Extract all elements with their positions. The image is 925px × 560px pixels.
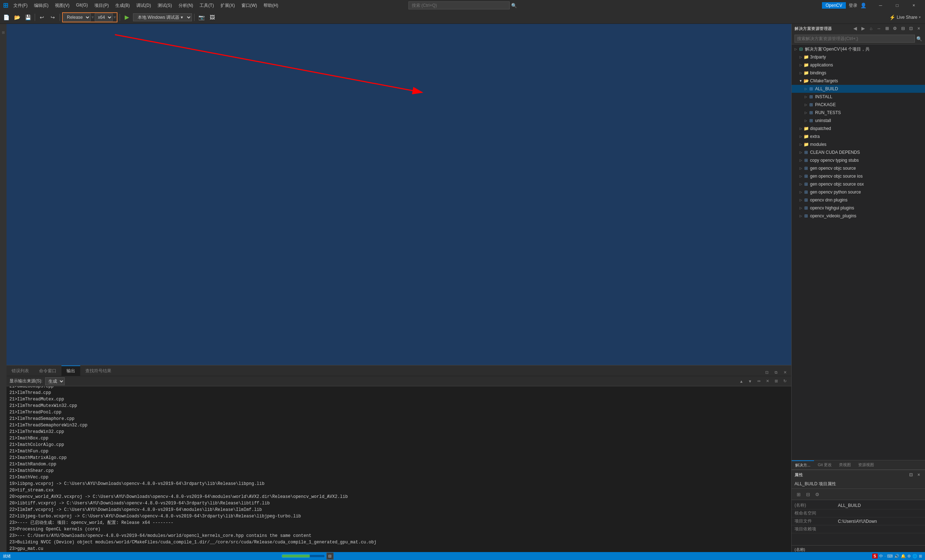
output-line: 23>gpu_mat.cu <box>9 545 788 552</box>
progress-cancel-button[interactable]: ⊟ <box>326 552 334 560</box>
tab-error-list[interactable]: 错误列表 <box>6 365 34 376</box>
panel-close-button[interactable]: × <box>782 369 788 375</box>
tree-item-highgui-plugins[interactable]: ▷ ⊞ opencv highgui plugins <box>792 204 925 212</box>
props-close-button[interactable]: × <box>916 471 922 478</box>
output-line: 21>ImathColorAlgo.cpp <box>9 441 788 448</box>
se-float-button[interactable]: ⊡ <box>908 25 914 32</box>
sidebar-tab-class[interactable]: 类视图 <box>835 460 854 470</box>
tab-command-window[interactable]: 命令窗口 <box>34 365 62 376</box>
menu-analyze[interactable]: 分析(N) <box>176 2 196 9</box>
debugger-select[interactable]: 本地 Windows 调试器 ▾ <box>133 14 192 21</box>
tree-item-3rdparty[interactable]: ▷ 📁 3rdparty <box>792 53 925 61</box>
tree-item-gen-python-src[interactable]: ▷ ⊞ gen opencv python source <box>792 188 925 196</box>
search-output-button[interactable]: ⊞ <box>773 378 780 385</box>
toolbar-sep-4 <box>194 14 194 21</box>
camera-button[interactable]: 📷 <box>197 13 206 22</box>
tree-item-modules[interactable]: ▷ 📁 modules <box>792 140 925 149</box>
3rdparty-label: 3rdparty <box>810 54 826 60</box>
redo-button[interactable]: ↪ <box>48 13 57 22</box>
menu-file[interactable]: 文件(F) <box>11 2 30 9</box>
se-forward-button[interactable]: ▶ <box>860 25 866 32</box>
undo-button[interactable]: ↩ <box>37 13 47 22</box>
tree-item-dnn-plugins[interactable]: ▷ ⊞ opencv dnn plugins <box>792 196 925 204</box>
live-share-button[interactable]: ⚡ Live Share ▾ <box>886 14 923 21</box>
save-button[interactable]: 💾 <box>23 13 33 22</box>
tree-item-cmaketargets[interactable]: ▼ 📂 CMakeTargets <box>792 77 925 85</box>
wrap-button[interactable]: ⇔ <box>755 378 762 385</box>
props-alphabetical-button[interactable]: ⊞ <box>794 490 803 498</box>
platform-select[interactable]: x64 <box>95 14 113 21</box>
tree-item-uninstall[interactable]: ▷ ⊞ uninstall <box>792 117 925 125</box>
status-ready: 就绪 <box>3 554 11 559</box>
menu-debug[interactable]: 调试(D) <box>133 2 154 9</box>
menu-help[interactable]: 帮助(H) <box>261 2 281 9</box>
build-config-select[interactable]: Release <box>63 14 91 21</box>
activity-files[interactable]: ⊞ <box>1 25 6 40</box>
tree-item-all-build[interactable]: ▷ ⊞ ALL_BUILD <box>792 85 925 93</box>
solution-tree[interactable]: ▷ ⊟ 解决方案'OpenCV'(44 个项目，共 ▷ 📁 3rdparty ▷… <box>792 44 925 460</box>
tree-item-run-tests[interactable]: ▷ ⊞ RUN_TESTS <box>792 109 925 117</box>
tree-item-applications[interactable]: ▷ 📁 applications <box>792 61 925 69</box>
solution-icon: ⊟ <box>798 46 804 52</box>
se-settings-button[interactable]: ⚙ <box>892 25 898 32</box>
se-back-button[interactable]: ◀ <box>852 25 859 32</box>
tab-output[interactable]: 输出 <box>62 365 80 376</box>
open-file-button[interactable]: 📂 <box>12 13 22 22</box>
sidebar-tab-solution[interactable]: 解决方... <box>792 460 814 470</box>
panel-dock-button[interactable]: ⧉ <box>773 369 780 376</box>
output-content[interactable]: 21>ImfVecAttribute.cpp21>ImfVersion.cpp2… <box>6 386 791 560</box>
tree-item-gen-objc-src-osx[interactable]: ▷ ⊞ gen opencv objc source osx <box>792 180 925 188</box>
se-filter-button[interactable]: ⊞ <box>884 25 890 32</box>
sidebar-tab-git[interactable]: Git 更改 <box>814 460 835 470</box>
solution-search-bar: 🔍 <box>792 33 925 44</box>
sidebar-tab-resource[interactable]: 资源视图 <box>854 460 878 470</box>
tree-item-install[interactable]: ▷ ⊞ INSTALL <box>792 93 925 101</box>
menu-edit[interactable]: 编辑(E) <box>31 2 51 9</box>
tree-item-extra[interactable]: ▷ 📁 extra <box>792 132 925 140</box>
search-input[interactable] <box>408 2 510 9</box>
se-collapse-button[interactable]: ⊟ <box>900 25 906 32</box>
tree-item-gen-objc-src-ios[interactable]: ▷ ⊞ gen opencv objc source ios <box>792 172 925 180</box>
tree-item-bindings[interactable]: ▷ 📁 bindings <box>792 69 925 77</box>
menu-view[interactable]: 视图(V) <box>52 2 72 9</box>
menu-test[interactable]: 测试(S) <box>155 2 175 9</box>
tree-item-package[interactable]: ▷ ⊞ PACKAGE <box>792 101 925 109</box>
restore-button[interactable]: □ <box>889 0 905 11</box>
props-float-button[interactable]: ⊡ <box>908 471 914 478</box>
panel-float-button[interactable]: ⊡ <box>763 369 770 376</box>
dispatched-arrow: ▷ <box>798 126 803 131</box>
props-categorized-button[interactable]: ⊟ <box>804 490 812 498</box>
output-source-select[interactable]: 生成 <box>45 377 65 385</box>
minimize-button[interactable]: ─ <box>872 0 889 11</box>
solution-search-input[interactable] <box>794 35 915 43</box>
screenshot-button[interactable]: 🖼 <box>208 13 217 22</box>
clear-button[interactable]: ✕ <box>764 378 771 385</box>
new-file-button[interactable]: 📄 <box>2 13 11 22</box>
scroll-down-button[interactable]: ▼ <box>746 378 754 385</box>
tree-item-clean-cuda[interactable]: ▷ ⊞ CLEAN CUDA DEPENDS <box>792 149 925 156</box>
se-home-button[interactable]: ⌂ <box>868 25 874 32</box>
progress-bar-container <box>282 554 325 558</box>
tree-item-gen-objc-src[interactable]: ▷ ⊞ gen opencv objc source <box>792 164 925 172</box>
tab-find-symbols[interactable]: 查找符号结果 <box>80 365 116 376</box>
menu-project[interactable]: 项目(P) <box>92 2 112 9</box>
tree-item-dispatched[interactable]: ▷ 📁 dispatched <box>792 125 925 132</box>
menu-extensions[interactable]: 扩展(X) <box>218 2 238 9</box>
solution-root[interactable]: ▷ ⊟ 解决方案'OpenCV'(44 个项目，共 <box>792 45 925 53</box>
start-debug-button[interactable]: ▶ <box>122 13 131 22</box>
tree-item-videoio-plugins[interactable]: ▷ ⊞ opencv_videoio_plugins <box>792 212 925 220</box>
se-sync-button[interactable]: ↔ <box>876 25 882 32</box>
menu-build[interactable]: 生成(B) <box>112 2 133 9</box>
props-settings-button[interactable]: ⚙ <box>813 490 821 498</box>
menu-git[interactable]: Git(G) <box>73 2 91 9</box>
close-button[interactable]: × <box>905 0 922 11</box>
menu-window[interactable]: 窗口(W) <box>238 2 260 9</box>
menu-tools[interactable]: 工具(T) <box>197 2 217 9</box>
se-close-button[interactable]: × <box>916 25 922 32</box>
title-bar-right: OpenCV 登录 👤 ─ □ × <box>822 0 922 11</box>
clean-cuda-arrow: ▷ <box>798 150 803 155</box>
login-button[interactable]: 登录 <box>849 3 857 9</box>
scroll-up-button[interactable]: ▲ <box>738 378 745 385</box>
tree-item-copy-stubs[interactable]: ▷ ⊞ copy opencv typing stubs <box>792 156 925 164</box>
refresh-button[interactable]: ↻ <box>781 378 788 385</box>
